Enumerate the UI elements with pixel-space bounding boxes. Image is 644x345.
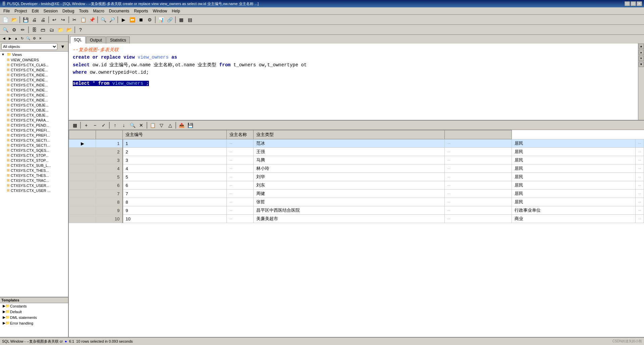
search2-btn[interactable]: 🔎 [108, 16, 116, 24]
compile-btn[interactable]: ⚙ [146, 16, 154, 24]
id-cell[interactable]: 2 [123, 148, 227, 156]
template-item[interactable]: ▶ 📁 DML statements [0, 315, 68, 320]
table-row[interactable]: 99···昌平区中西医结合医院···行政事业单位··· [69, 206, 644, 215]
id-cell[interactable]: 3 [123, 156, 227, 164]
nav-search[interactable]: 🔍 [25, 36, 31, 41]
sql-editor[interactable]: --复杂视图-多表关联 create or replace view view_… [69, 44, 644, 121]
menu-session[interactable]: Session [41, 8, 60, 14]
nav-up[interactable]: ▲ [13, 36, 19, 41]
id-cell[interactable]: 6 [123, 181, 227, 190]
redo-btn[interactable]: ↪ [59, 16, 67, 24]
menu-macro[interactable]: Macro [91, 8, 106, 14]
tree-item[interactable]: ⊞CTXSYS.CTX_INDE... [0, 82, 68, 87]
tree-item[interactable]: ⊞CTXSYS.CTX_INDE... [0, 87, 68, 92]
type-cell[interactable]: 行政事业单位 [512, 206, 635, 215]
table-row[interactable]: 44···林小玲···居民··· [69, 164, 644, 173]
table-row[interactable]: 66···刘东···居民··· [69, 181, 644, 190]
open-btn[interactable]: 📂 [10, 16, 18, 24]
tab-statistics[interactable]: Statistics [106, 37, 130, 44]
nav-settings[interactable]: ⚙ [32, 36, 37, 41]
db5-btn[interactable]: 📂 [65, 26, 73, 34]
name-cell[interactable]: 刘华 [254, 173, 445, 181]
maximize-button[interactable]: □ [631, 1, 636, 6]
run2-btn[interactable]: ⏩ [128, 16, 136, 24]
type-cell[interactable]: 居民 [512, 190, 635, 198]
scroll-bottom[interactable]: ▼ [639, 62, 644, 67]
type-cell[interactable]: 居民 [512, 139, 635, 148]
save-btn[interactable]: 💾 [21, 16, 30, 24]
copy-from-btn[interactable]: 📋 [149, 121, 157, 129]
new-btn[interactable]: 📄 [1, 16, 9, 24]
clear-btn[interactable]: ✕ [137, 121, 145, 129]
type-cell[interactable]: 商业 [512, 215, 635, 223]
print2-btn[interactable]: 🖨 [39, 16, 47, 24]
tree-item[interactable]: ⊞CTXSYS.CTX_OBJE... [0, 108, 68, 113]
tree-item[interactable]: ⊞CTXSYS.CTX_INDE... [0, 72, 68, 77]
scroll-top[interactable]: ▲ [639, 44, 644, 49]
type-cell[interactable]: 居民 [512, 198, 635, 206]
tree-item[interactable]: ⊞CTXSYS.CTX_PREFI... [0, 133, 68, 138]
name-cell[interactable]: 林小玲 [254, 164, 445, 173]
id-cell[interactable]: 4 [123, 164, 227, 173]
name-cell[interactable]: 昌平区中西医结合医院 [254, 206, 445, 215]
export-btn[interactable]: 📤 [177, 121, 185, 129]
menu-reports[interactable]: Reports [132, 8, 150, 14]
menu-help[interactable]: Help [170, 8, 182, 14]
id-cell[interactable]: 10 [123, 215, 227, 223]
delete-row-btn[interactable]: − [91, 121, 99, 129]
name-cell[interactable]: 张哲 [254, 198, 445, 206]
window-controls[interactable]: ─ □ ✕ [625, 1, 642, 6]
id-cell[interactable]: 9 [123, 206, 227, 215]
copy-btn[interactable]: 📋 [79, 16, 87, 24]
tree-views-root[interactable]: ▼ 📁 Views [0, 52, 68, 57]
nav-refresh[interactable]: ↻ [19, 36, 25, 41]
tree-item[interactable]: ⊞CTXSYS.CTX_PREFI... [0, 128, 68, 133]
tree-item[interactable]: ⊞CTXSYS.CTX_SECTI... [0, 138, 68, 143]
tree-item[interactable]: ⊞CTXSYS.CTX_PARA... [0, 118, 68, 123]
tree-item[interactable]: ⊞CTXSYS.CTX_INDE... [0, 67, 68, 72]
tree-item[interactable]: ⊞CTXSYS.CTX_INDE... [0, 92, 68, 97]
tree-item[interactable]: ⊞CTXSYS.CTX_USER ... [0, 188, 68, 193]
print-btn[interactable]: 🖨 [30, 16, 38, 24]
col-id-header[interactable]: 业主编号 [123, 130, 227, 139]
tab-output[interactable]: Output [86, 37, 106, 44]
tree-item[interactable]: ⊞CTXSYS.CTX_STOP... [0, 153, 68, 158]
paste-to-btn[interactable]: ▽ [157, 121, 165, 129]
table-row[interactable]: 88···张哲···居民··· [69, 198, 644, 206]
name-cell[interactable]: 周健 [254, 190, 445, 198]
id-cell[interactable]: 1 [123, 139, 227, 148]
menu-documents[interactable]: Documents [107, 8, 131, 14]
type-cell[interactable]: 居民 [512, 156, 635, 164]
col-name-header[interactable]: 业主名称 [227, 130, 254, 139]
table-row[interactable]: ▶11···范冰···居民··· [69, 139, 644, 148]
cut-btn[interactable]: ✂ [70, 16, 78, 24]
db2-btn[interactable]: 🗃 [39, 26, 47, 34]
db4-btn[interactable]: 📁 [56, 26, 64, 34]
sort-desc-btn[interactable]: ↓ [120, 121, 128, 129]
type-cell[interactable]: 居民 [512, 181, 635, 190]
object-type-select[interactable]: All objects [1, 43, 57, 50]
menu-debug[interactable]: Debug [60, 8, 76, 14]
tree-item[interactable]: ⊞CTXSYS.CTX_STOP... [0, 158, 68, 163]
add-row-btn[interactable]: + [82, 121, 90, 129]
menu-tools[interactable]: Tools [77, 8, 90, 14]
search3-btn[interactable]: 🔍 [1, 26, 9, 34]
col-type-header[interactable]: 业主类型 [254, 130, 445, 139]
help-btn[interactable]: ? [76, 26, 85, 34]
type-cell[interactable]: 居民 [512, 173, 635, 181]
menu-edit[interactable]: Edit [30, 8, 41, 14]
tree-item[interactable]: ⊞CTXSYS.CTX_THES... [0, 168, 68, 173]
sort-asc-btn[interactable]: ↑ [111, 121, 119, 129]
menu-file[interactable]: File [1, 8, 12, 14]
tree-item[interactable]: ⊞CTXSYS.CTX_USER... [0, 183, 68, 188]
nav-fwd[interactable]: ▶ [7, 36, 13, 41]
tree-item[interactable]: ⊞CTXSYS.CTX_OBJE... [0, 102, 68, 108]
undo-btn[interactable]: ↩ [50, 16, 58, 24]
tree-item[interactable]: ⊞CTXSYS.CTX_INDE... [0, 77, 68, 82]
id-cell[interactable]: 8 [123, 198, 227, 206]
grid1-btn[interactable]: ▦ [177, 16, 185, 24]
sidebar-filter-btn[interactable]: ▼ [59, 43, 67, 51]
name-cell[interactable]: 刘东 [254, 181, 445, 190]
template-item[interactable]: ▶ 📁 Constants [0, 303, 68, 309]
db3-btn[interactable]: 🗂 [48, 26, 56, 34]
